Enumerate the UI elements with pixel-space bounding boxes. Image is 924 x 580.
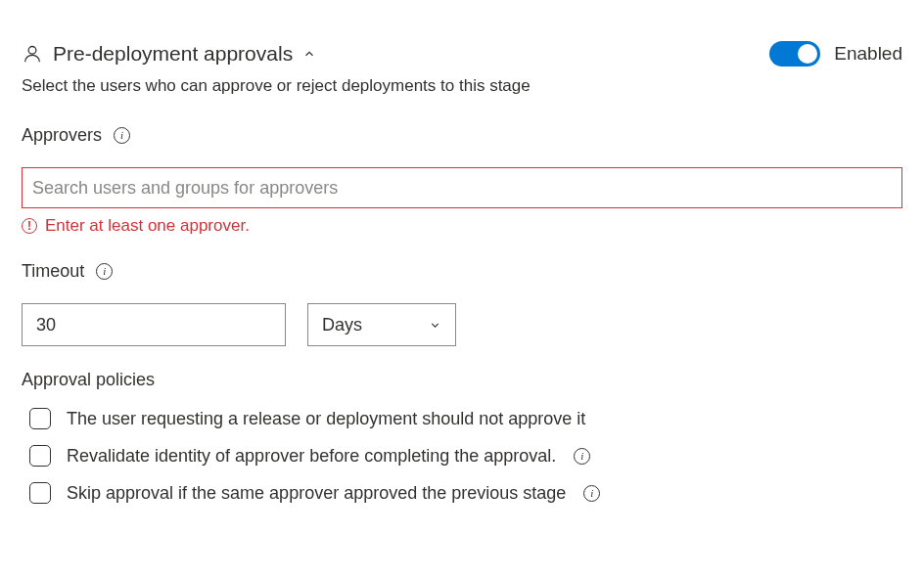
person-icon xyxy=(22,43,43,65)
timeout-unit-dropdown[interactable]: Days xyxy=(307,303,456,346)
approvers-label: Approvers xyxy=(22,125,102,146)
policy-text: Revalidate identity of approver before c… xyxy=(67,446,556,467)
enabled-toggle[interactable] xyxy=(769,41,820,67)
enabled-toggle-wrap: Enabled xyxy=(769,41,902,67)
error-text: Enter at least one approver. xyxy=(45,216,250,236)
info-icon[interactable]: i xyxy=(583,485,600,502)
policy-item: Revalidate identity of approver before c… xyxy=(22,445,902,467)
approvers-error: ! Enter at least one approver. xyxy=(22,216,902,236)
toggle-knob xyxy=(798,44,817,64)
chevron-up-icon xyxy=(302,47,316,61)
policy-list: The user requesting a release or deploym… xyxy=(22,408,902,504)
policy-checkbox[interactable] xyxy=(29,445,51,467)
svg-point-0 xyxy=(28,46,36,54)
timeout-label: Timeout xyxy=(22,261,84,282)
info-icon[interactable]: i xyxy=(114,127,130,144)
timeout-label-row: Timeout i xyxy=(22,261,902,282)
policy-checkbox[interactable] xyxy=(29,408,51,429)
error-icon: ! xyxy=(22,218,37,234)
section-header: Pre-deployment approvals Enabled xyxy=(22,41,902,67)
timeout-value-input[interactable] xyxy=(22,303,286,346)
approvers-label-row: Approvers i xyxy=(22,125,902,146)
approvers-search-input[interactable] xyxy=(22,167,902,208)
info-icon[interactable]: i xyxy=(574,448,590,465)
timeout-row: Days xyxy=(22,303,902,346)
chevron-down-icon xyxy=(429,319,441,332)
policy-item: The user requesting a release or deploym… xyxy=(22,408,902,429)
section-title: Pre-deployment approvals xyxy=(53,42,293,66)
policy-checkbox[interactable] xyxy=(29,482,51,504)
policy-text: Skip approval if the same approver appro… xyxy=(67,483,566,504)
info-icon[interactable]: i xyxy=(96,263,113,280)
toggle-label: Enabled xyxy=(834,43,902,65)
timeout-unit-value: Days xyxy=(322,315,362,335)
policy-text: The user requesting a release or deploym… xyxy=(67,409,585,429)
header-left[interactable]: Pre-deployment approvals xyxy=(22,42,316,66)
policy-item: Skip approval if the same approver appro… xyxy=(22,482,902,504)
policies-label: Approval policies xyxy=(22,370,902,390)
section-subtitle: Select the users who can approve or reje… xyxy=(22,76,902,96)
